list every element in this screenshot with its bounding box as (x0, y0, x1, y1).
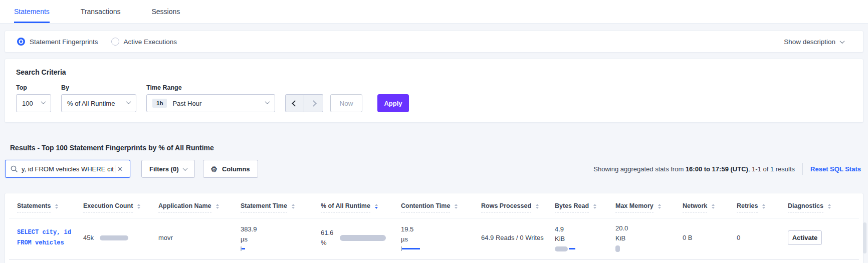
results-table-card: Statements Execution Count Application N… (5, 193, 863, 263)
col-header-contention-time[interactable]: Contention Time (398, 193, 478, 218)
statement-time-bar (241, 246, 315, 251)
time-range-label: Time Range (146, 84, 275, 91)
col-header-statements[interactable]: Statements (9, 193, 80, 218)
columns-button-label: Columns (222, 165, 250, 173)
statement-fingerprint-link[interactable]: SELECT city, id FROM vehicles (17, 227, 77, 248)
chevron-right-icon (310, 100, 317, 107)
time-range-badge: 1h (152, 99, 167, 108)
chevron-down-icon (126, 99, 131, 104)
col-header-bytes-read[interactable]: Bytes Read (552, 193, 612, 218)
sort-icon (712, 204, 715, 209)
results-toolbar: y, id FROM vehicles WHERE city = $1 ✕ Fi… (5, 160, 863, 178)
sort-icon (455, 204, 458, 209)
search-criteria-controls: Top 100 By % of All Runtime Time Range 1… (16, 84, 852, 112)
gear-icon: ⚙ (211, 165, 218, 173)
pct-runtime-bar (340, 235, 386, 241)
results-toolbar-right: Showing aggregated stats from 16:00 to 1… (593, 163, 863, 175)
tab-transactions[interactable]: Transactions (81, 0, 121, 23)
show-description-toggle[interactable]: Show description (784, 38, 851, 46)
top-select[interactable]: 100 (16, 94, 51, 112)
columns-button[interactable]: ⚙ Columns (203, 160, 258, 178)
results-heading: Results - Top 100 Statement Fingerprints… (10, 144, 868, 152)
show-description-label: Show description (784, 38, 835, 46)
table-header-row: Statements Execution Count Application N… (9, 193, 859, 218)
bytes-read-cell: 4.9 KiB (555, 224, 609, 251)
time-range-field: Time Range 1h Past Hour (146, 84, 275, 112)
col-header-max-memory[interactable]: Max Memory (612, 193, 680, 218)
col-header-network[interactable]: Network (680, 193, 734, 218)
sort-icon (658, 204, 661, 209)
radio-statement-fingerprints[interactable]: Statement Fingerprints (17, 38, 98, 46)
sort-icon (762, 204, 765, 209)
chevron-down-icon (840, 39, 845, 44)
time-range-select[interactable]: 1h Past Hour (146, 94, 275, 112)
sort-icon (292, 204, 295, 209)
pct-runtime-cell: 61.6 % (321, 228, 395, 247)
vertical-scrollbar[interactable] (863, 222, 866, 253)
execution-count-cell: 45k (83, 234, 152, 241)
top-select-value: 100 (22, 100, 33, 107)
network-cell: 0 B (683, 234, 693, 241)
col-header-pct-all-runtime[interactable]: % of All Runtime (318, 193, 398, 218)
col-header-application-name[interactable]: Application Name (155, 193, 238, 218)
top-label: Top (16, 84, 51, 91)
activate-diagnostics-button[interactable]: Activate (788, 230, 822, 245)
search-input-value: y, id FROM vehicles WHERE city = $1 (22, 165, 114, 173)
time-prev-button[interactable] (285, 94, 304, 112)
sort-icon (536, 204, 539, 209)
max-memory-bar (615, 245, 677, 252)
contention-time-bar (401, 246, 475, 251)
col-header-retries[interactable]: Retries (734, 193, 785, 218)
radio-active-executions-label: Active Executions (124, 38, 177, 46)
sort-icon (137, 204, 140, 209)
time-next-button[interactable] (304, 94, 323, 112)
col-header-statement-time[interactable]: Statement Time (238, 193, 318, 218)
tab-statements[interactable]: Statements (14, 0, 50, 23)
statements-table: Statements Execution Count Application N… (9, 193, 859, 259)
time-nav-group (285, 94, 323, 112)
statement-search-input[interactable]: y, id FROM vehicles WHERE city = $1 ✕ (5, 160, 130, 178)
sort-icon (828, 204, 831, 209)
reset-sql-stats-link[interactable]: Reset SQL Stats (810, 165, 861, 173)
search-criteria-title: Search Criteria (16, 68, 852, 76)
search-icon (11, 165, 18, 172)
chevron-down-icon (265, 99, 270, 104)
radio-statement-fingerprints-label: Statement Fingerprints (30, 38, 98, 46)
filters-button[interactable]: Filters (0) (141, 160, 195, 178)
page-tabbar: Statements Transactions Sessions (0, 0, 868, 24)
top-field: Top 100 (16, 84, 51, 112)
by-label: By (61, 84, 136, 91)
sort-icon (55, 204, 58, 209)
by-select-value: % of All Runtime (67, 100, 115, 107)
radio-active-executions[interactable]: Active Executions (111, 38, 177, 46)
chevron-left-icon (292, 100, 298, 107)
clear-search-icon[interactable]: ✕ (115, 164, 125, 174)
by-select[interactable]: % of All Runtime (61, 94, 136, 112)
col-header-diagnostics[interactable]: Diagnostics (785, 193, 859, 218)
col-header-execution-count[interactable]: Execution Count (80, 193, 155, 218)
apply-button[interactable]: Apply (377, 94, 409, 112)
radio-unselected-icon (111, 38, 119, 46)
search-criteria-card: Search Criteria Top 100 By % of All Runt… (5, 59, 863, 123)
tab-sessions[interactable]: Sessions (151, 0, 180, 23)
chevron-down-icon (41, 99, 46, 104)
now-button[interactable]: Now (330, 94, 362, 112)
aggregated-stats-text: Showing aggregated stats from 16:00 to 1… (593, 165, 795, 173)
time-range-value: Past Hour (172, 100, 201, 107)
sort-icon-active-desc (375, 204, 378, 209)
chevron-down-icon (182, 166, 187, 171)
sort-icon (593, 204, 596, 209)
bytes-read-bar (555, 246, 609, 251)
statement-time-cell: 383.9 µs (241, 224, 315, 251)
by-field: By % of All Runtime (61, 84, 136, 112)
view-toggle-card: Statement Fingerprints Active Executions… (5, 31, 863, 53)
radio-selected-icon (17, 38, 25, 46)
retries-cell: 0 (737, 234, 740, 241)
filters-button-label: Filters (0) (149, 165, 179, 173)
col-header-rows-processed[interactable]: Rows Processed (478, 193, 552, 218)
rows-processed-cell: 64.9 Reads / 0 Writes (481, 234, 544, 241)
table-row: SELECT city, id FROM vehicles 45k movr (9, 218, 859, 259)
sort-icon (216, 204, 219, 209)
vertical-divider (802, 163, 803, 175)
application-name-cell: movr (158, 234, 173, 241)
